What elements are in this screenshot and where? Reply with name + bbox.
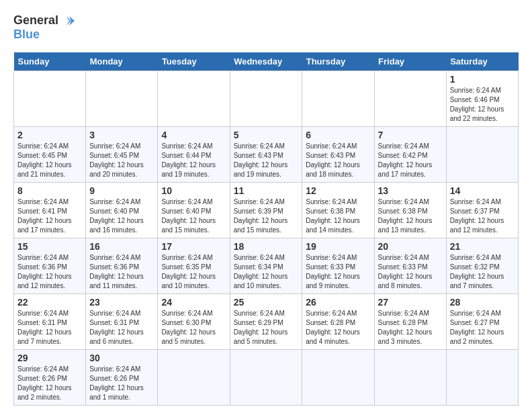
day-info: Sunrise: 6:24 AMSunset: 6:31 PMDaylight:… <box>89 310 144 345</box>
day-info: Sunrise: 6:24 AMSunset: 6:43 PMDaylight:… <box>306 142 360 178</box>
day-info: Sunrise: 6:24 AMSunset: 6:28 PMDaylight:… <box>378 310 433 345</box>
day-info: Sunrise: 6:24 AMSunset: 6:26 PMDaylight:… <box>17 365 72 401</box>
day-info: Sunrise: 6:24 AMSunset: 6:43 PMDaylight:… <box>234 142 288 178</box>
day-info: Sunrise: 6:24 AMSunset: 6:34 PMDaylight:… <box>234 254 288 289</box>
calendar-cell: 19Sunrise: 6:24 AMSunset: 6:33 PMDayligh… <box>302 238 374 293</box>
calendar-cell: 24Sunrise: 6:24 AMSunset: 6:30 PMDayligh… <box>158 293 230 349</box>
empty-cell <box>374 71 446 126</box>
calendar-cell: 2Sunrise: 6:24 AMSunset: 6:45 PMDaylight… <box>14 126 86 182</box>
calendar-cell: 4Sunrise: 6:24 AMSunset: 6:44 PMDaylight… <box>158 126 230 182</box>
calendar-cell: 25Sunrise: 6:24 AMSunset: 6:29 PMDayligh… <box>230 293 302 349</box>
day-info: Sunrise: 6:24 AMSunset: 6:28 PMDaylight:… <box>306 310 360 345</box>
calendar-cell: 29Sunrise: 6:24 AMSunset: 6:26 PMDayligh… <box>14 349 86 405</box>
calendar-cell <box>446 126 518 182</box>
day-number: 18 <box>234 241 299 252</box>
calendar-cell: 26Sunrise: 6:24 AMSunset: 6:28 PMDayligh… <box>302 293 374 349</box>
day-info: Sunrise: 6:24 AMSunset: 6:33 PMDaylight:… <box>306 254 360 289</box>
day-info: Sunrise: 6:24 AMSunset: 6:46 PMDaylight:… <box>450 87 504 122</box>
day-number: 3 <box>89 130 154 140</box>
calendar-cell: 20Sunrise: 6:24 AMSunset: 6:33 PMDayligh… <box>374 238 446 293</box>
day-header-monday: Monday <box>86 52 158 71</box>
day-number: 12 <box>306 185 370 196</box>
day-number: 24 <box>161 297 226 308</box>
day-info: Sunrise: 6:24 AMSunset: 6:45 PMDaylight:… <box>17 142 72 178</box>
calendar-cell: 3Sunrise: 6:24 AMSunset: 6:45 PMDaylight… <box>86 126 158 182</box>
calendar-cell <box>230 349 302 405</box>
day-info: Sunrise: 6:24 AMSunset: 6:32 PMDaylight:… <box>450 254 504 289</box>
day-info: Sunrise: 6:24 AMSunset: 6:44 PMDaylight:… <box>161 142 216 178</box>
logo: General Blue <box>13 13 75 42</box>
day-number: 8 <box>17 185 82 196</box>
calendar-cell: 13Sunrise: 6:24 AMSunset: 6:38 PMDayligh… <box>374 182 446 238</box>
calendar-week-5: 29Sunrise: 6:24 AMSunset: 6:26 PMDayligh… <box>14 349 519 405</box>
calendar-cell: 11Sunrise: 6:24 AMSunset: 6:39 PMDayligh… <box>230 182 302 238</box>
day-header-sunday: Sunday <box>14 52 86 71</box>
day-info: Sunrise: 6:24 AMSunset: 6:36 PMDaylight:… <box>89 254 144 289</box>
calendar-cell: 9Sunrise: 6:24 AMSunset: 6:40 PMDaylight… <box>86 182 158 238</box>
day-number: 26 <box>306 297 370 308</box>
logo-text: General Blue <box>13 13 75 42</box>
day-info: Sunrise: 6:24 AMSunset: 6:33 PMDaylight:… <box>378 254 433 289</box>
page-header: General Blue <box>13 13 519 42</box>
day-number: 28 <box>450 297 515 308</box>
day-info: Sunrise: 6:24 AMSunset: 6:45 PMDaylight:… <box>89 142 144 178</box>
calendar-week-0: 1Sunrise: 6:24 AMSunset: 6:46 PMDaylight… <box>14 71 519 126</box>
calendar-cell: 23Sunrise: 6:24 AMSunset: 6:31 PMDayligh… <box>86 293 158 349</box>
day-number: 29 <box>17 353 82 363</box>
calendar-week-3: 15Sunrise: 6:24 AMSunset: 6:36 PMDayligh… <box>14 238 519 293</box>
day-info: Sunrise: 6:24 AMSunset: 6:37 PMDaylight:… <box>450 198 504 234</box>
day-number: 30 <box>89 353 154 363</box>
day-info: Sunrise: 6:24 AMSunset: 6:38 PMDaylight:… <box>378 198 433 234</box>
day-header-friday: Friday <box>374 52 446 71</box>
calendar-week-2: 8Sunrise: 6:24 AMSunset: 6:41 PMDaylight… <box>14 182 519 238</box>
day-info: Sunrise: 6:24 AMSunset: 6:40 PMDaylight:… <box>161 198 216 234</box>
day-number: 16 <box>89 241 154 252</box>
day-number: 19 <box>306 241 370 252</box>
day-info: Sunrise: 6:24 AMSunset: 6:41 PMDaylight:… <box>17 198 72 234</box>
calendar-cell: 5Sunrise: 6:24 AMSunset: 6:43 PMDaylight… <box>230 126 302 182</box>
calendar-cell-1: 1Sunrise: 6:24 AMSunset: 6:46 PMDaylight… <box>446 71 518 126</box>
calendar-header-row: SundayMondayTuesdayWednesdayThursdayFrid… <box>14 52 519 71</box>
calendar-table: SundayMondayTuesdayWednesdayThursdayFrid… <box>13 52 519 406</box>
day-number: 4 <box>161 130 226 140</box>
empty-cell <box>14 71 86 126</box>
day-info: Sunrise: 6:24 AMSunset: 6:26 PMDaylight:… <box>89 365 144 401</box>
calendar-cell <box>446 349 518 405</box>
day-number: 5 <box>234 130 299 140</box>
day-number: 23 <box>89 297 154 308</box>
day-number: 2 <box>17 130 82 140</box>
day-info: Sunrise: 6:24 AMSunset: 6:40 PMDaylight:… <box>89 198 144 234</box>
day-number: 10 <box>161 185 226 196</box>
calendar-cell: 12Sunrise: 6:24 AMSunset: 6:38 PMDayligh… <box>302 182 374 238</box>
day-info: Sunrise: 6:24 AMSunset: 6:29 PMDaylight:… <box>234 310 288 345</box>
day-number: 1 <box>450 74 515 85</box>
day-number: 6 <box>306 130 370 140</box>
day-info: Sunrise: 6:24 AMSunset: 6:31 PMDaylight:… <box>17 310 72 345</box>
calendar-week-4: 22Sunrise: 6:24 AMSunset: 6:31 PMDayligh… <box>14 293 519 349</box>
calendar-week-1: 2Sunrise: 6:24 AMSunset: 6:45 PMDaylight… <box>14 126 519 182</box>
day-number: 11 <box>234 185 299 196</box>
calendar-cell <box>374 349 446 405</box>
day-info: Sunrise: 6:24 AMSunset: 6:42 PMDaylight:… <box>378 142 433 178</box>
calendar-cell <box>158 349 230 405</box>
day-number: 25 <box>234 297 299 308</box>
day-info: Sunrise: 6:24 AMSunset: 6:38 PMDaylight:… <box>306 198 360 234</box>
calendar-cell: 30Sunrise: 6:24 AMSunset: 6:26 PMDayligh… <box>86 349 158 405</box>
calendar-cell: 17Sunrise: 6:24 AMSunset: 6:35 PMDayligh… <box>158 238 230 293</box>
day-info: Sunrise: 6:24 AMSunset: 6:27 PMDaylight:… <box>450 310 504 345</box>
logo-bird-icon <box>60 13 75 28</box>
empty-cell <box>302 71 374 126</box>
calendar-cell: 10Sunrise: 6:24 AMSunset: 6:40 PMDayligh… <box>158 182 230 238</box>
calendar-cell: 15Sunrise: 6:24 AMSunset: 6:36 PMDayligh… <box>14 238 86 293</box>
day-number: 9 <box>89 185 154 196</box>
day-number: 20 <box>378 241 443 252</box>
logo-blue: Blue <box>13 28 75 42</box>
calendar-cell: 6Sunrise: 6:24 AMSunset: 6:43 PMDaylight… <box>302 126 374 182</box>
calendar-cell: 27Sunrise: 6:24 AMSunset: 6:28 PMDayligh… <box>374 293 446 349</box>
calendar-cell: 21Sunrise: 6:24 AMSunset: 6:32 PMDayligh… <box>446 238 518 293</box>
day-number: 27 <box>378 297 443 308</box>
day-number: 15 <box>17 241 82 252</box>
day-number: 17 <box>161 241 226 252</box>
calendar-cell: 16Sunrise: 6:24 AMSunset: 6:36 PMDayligh… <box>86 238 158 293</box>
empty-cell <box>230 71 302 126</box>
